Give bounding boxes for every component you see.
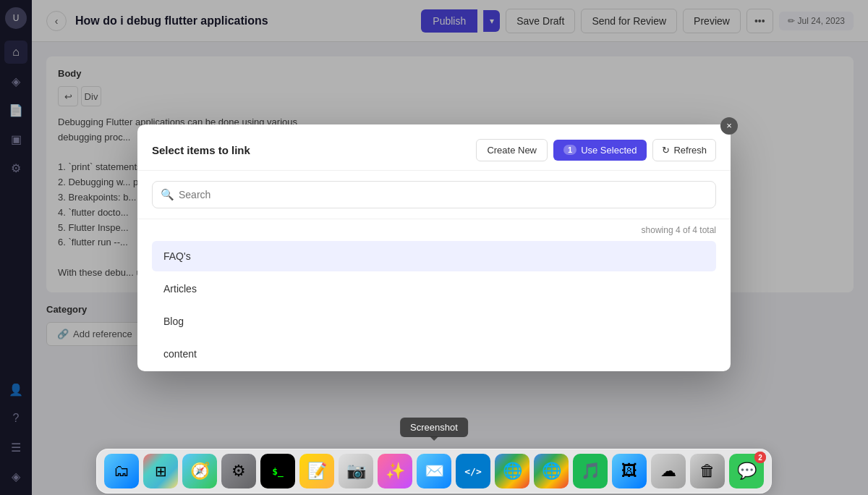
create-new-button[interactable]: Create New <box>476 139 548 161</box>
dock-item-messages[interactable]: 💬 2 <box>729 454 764 488</box>
dock-item-spotify[interactable]: 🎵 <box>573 454 608 488</box>
selected-count-badge: 1 <box>563 145 576 155</box>
modal-title: Select items to link <box>152 144 250 156</box>
dock-item-finder[interactable]: 🗂 <box>104 454 139 488</box>
refresh-button[interactable]: ↻ Refresh <box>652 139 716 161</box>
list-item[interactable]: content <box>152 339 716 369</box>
modal-actions: Create New 1 Use Selected ↻ Refresh <box>476 139 716 161</box>
list-item[interactable]: Articles <box>152 274 716 304</box>
search-container: 🔍 <box>137 171 731 219</box>
dock-item-settings[interactable]: ⚙ <box>221 454 256 488</box>
dock: 🗂 ⊞ 🧭 ⚙ $_ 📝 📷 ✨ ✉️ </> 🌐 🌐 🎵 🖼 ☁ 🗑 💬 2 <box>96 449 772 494</box>
modal-close-button[interactable]: × <box>720 117 738 135</box>
use-selected-label: Use Selected <box>581 145 637 156</box>
dock-item-vscode[interactable]: </> <box>456 454 490 488</box>
use-selected-button[interactable]: 1 Use Selected <box>553 140 647 161</box>
dock-item-chrome1[interactable]: 🌐 <box>495 454 529 488</box>
dock-item-safari[interactable]: 🧭 <box>182 454 217 488</box>
dock-item-custom[interactable]: ✨ <box>378 454 412 488</box>
messages-badge: 2 <box>754 452 766 463</box>
search-input[interactable] <box>152 181 716 208</box>
modal-header: Select items to link Create New 1 Use Se… <box>137 124 731 171</box>
refresh-icon: ↻ <box>662 145 670 156</box>
dock-item-screenshot[interactable]: 📷 <box>339 454 373 488</box>
dock-item-icloud[interactable]: ☁ <box>651 454 686 488</box>
dock-item-mail[interactable]: ✉️ <box>417 454 451 488</box>
screenshot-tooltip: Screenshot <box>400 418 468 437</box>
dock-item-terminal[interactable]: $_ <box>260 454 295 488</box>
dock-container: Screenshot 🗂 ⊞ 🧭 ⚙ $_ 📝 📷 ✨ ✉️ </> 🌐 🌐 🎵… <box>0 449 868 495</box>
items-list: FAQ's Articles Blog content <box>137 241 731 371</box>
dock-item-stickies[interactable]: 📝 <box>299 454 334 488</box>
dock-item-launchpad[interactable]: ⊞ <box>143 454 178 488</box>
dock-item-trash[interactable]: 🗑 <box>690 454 725 488</box>
search-icon: 🔍 <box>161 188 174 201</box>
refresh-label: Refresh <box>673 145 707 156</box>
list-item[interactable]: FAQ's <box>152 241 716 271</box>
dock-item-preview[interactable]: 🖼 <box>612 454 647 488</box>
dock-item-chrome2[interactable]: 🌐 <box>534 454 569 488</box>
results-info: showing 4 of 4 total <box>137 219 731 241</box>
modal: × Select items to link Create New 1 Use … <box>137 124 731 371</box>
list-item[interactable]: Blog <box>152 306 716 337</box>
